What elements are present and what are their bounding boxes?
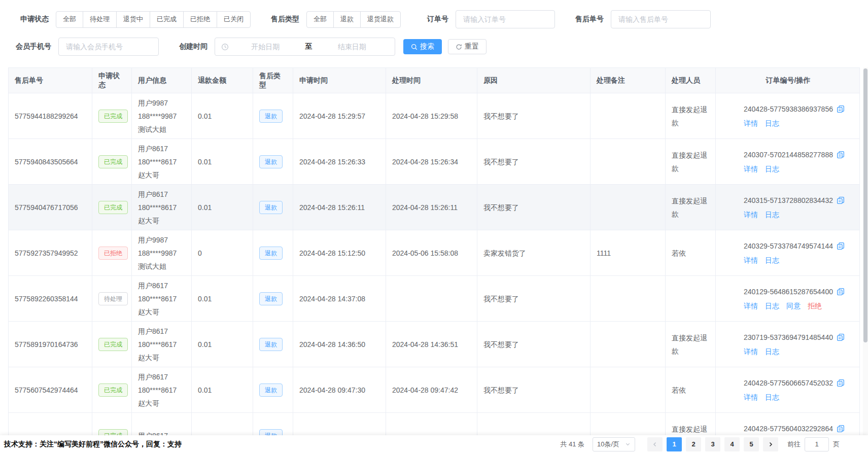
log-link[interactable]: 日志 <box>765 117 779 130</box>
page-button-1[interactable]: 1 <box>667 437 682 451</box>
reject-link[interactable]: 拒绝 <box>808 299 822 312</box>
search-button[interactable]: 搜索 <box>403 39 442 54</box>
detail-link[interactable]: 详情 <box>744 117 758 130</box>
cell-handle-remark <box>591 276 666 321</box>
service-type-badge: 退款 <box>259 384 283 397</box>
filter-row-2: 会员手机号 创建时间 至 搜索 重置 <box>16 38 487 56</box>
service-no-input[interactable] <box>611 10 711 28</box>
cell-service-type: 退款 <box>253 413 293 436</box>
copy-icon[interactable] <box>837 151 845 159</box>
cell-refund-amount: 0 <box>192 230 253 275</box>
cell-user-info: 用户9987188****9987测试大姐 <box>132 93 192 138</box>
order-number: 240129-5648615287654400 <box>744 285 833 298</box>
row-actions: 详情日志 <box>744 208 779 221</box>
log-link[interactable]: 日志 <box>765 391 779 404</box>
log-link[interactable]: 日志 <box>765 162 779 176</box>
cell-status: 已完成 <box>92 322 132 367</box>
order-no-input[interactable] <box>456 10 555 28</box>
refund-amount-value: 0.01 <box>198 155 212 168</box>
detail-link[interactable]: 详情 <box>744 208 758 221</box>
start-date-input[interactable] <box>229 42 302 51</box>
cell-handle-time <box>386 413 477 436</box>
reason-value: 我不想要了 <box>483 384 519 397</box>
copy-icon[interactable] <box>837 379 845 387</box>
service-type-badge: 退款 <box>259 110 283 123</box>
user-info-line: 188****9987 <box>138 110 177 123</box>
cell-order-and-actions: 240428-5775606657452032详情日志 <box>716 367 860 412</box>
copy-icon[interactable] <box>837 196 845 204</box>
end-date-input[interactable] <box>316 42 389 51</box>
approve-link[interactable]: 同意 <box>786 299 801 312</box>
service-type-badge: 退款 <box>259 155 283 168</box>
type-filter-option-1[interactable]: 退款 <box>333 11 361 28</box>
log-link[interactable]: 日志 <box>765 208 779 221</box>
log-link[interactable]: 日志 <box>765 254 779 267</box>
detail-link[interactable]: 详情 <box>744 162 758 176</box>
detail-link[interactable]: 详情 <box>744 299 758 312</box>
cell-status: 已完成 <box>92 139 132 184</box>
detail-link[interactable]: 详情 <box>744 391 758 404</box>
log-link[interactable]: 日志 <box>765 299 779 312</box>
page-button-5[interactable]: 5 <box>744 437 759 451</box>
vertical-scrollbar-track[interactable] <box>863 67 868 435</box>
refund-amount-value: 0.01 <box>198 201 212 214</box>
status-badge: 已完成 <box>98 201 128 214</box>
page-button-4[interactable]: 4 <box>724 437 740 451</box>
table-row: 5775927357949952已拒绝用户9987188****9987测试大姐… <box>9 230 859 275</box>
prev-page-button[interactable] <box>647 437 663 451</box>
date-range-picker[interactable]: 至 <box>215 38 395 56</box>
user-info-line: 赵大哥 <box>138 168 159 182</box>
search-icon <box>411 44 418 50</box>
log-link[interactable]: 日志 <box>765 345 779 358</box>
vertical-scrollbar-thumb[interactable] <box>863 68 867 342</box>
status-filter-option-0[interactable]: 全部 <box>56 11 83 28</box>
copy-icon[interactable] <box>837 105 845 113</box>
copy-icon[interactable] <box>837 333 845 341</box>
copy-icon[interactable] <box>837 425 845 433</box>
status-badge: 已完成 <box>98 155 128 168</box>
reset-button[interactable]: 重置 <box>448 39 487 54</box>
refund-amount-value: 0.01 <box>198 292 212 305</box>
status-badge: 已拒绝 <box>98 247 128 260</box>
order-no-label: 订单号 <box>427 15 448 24</box>
table-row: 5775940843505664已完成用户8617180****8617赵大哥0… <box>9 138 859 184</box>
row-actions: 详情日志同意拒绝 <box>744 299 822 312</box>
detail-link[interactable]: 详情 <box>744 254 758 267</box>
service-type-badge: 退款 <box>259 247 283 260</box>
cell-refund-amount: 0.01 <box>192 276 253 321</box>
page-button-2[interactable]: 2 <box>686 437 701 451</box>
status-filter-option-3[interactable]: 已完成 <box>150 11 184 28</box>
order-number-line: 230719-5373694791485440 <box>744 331 845 344</box>
copy-icon[interactable] <box>837 242 845 250</box>
user-info-line: 用户8617 <box>138 188 168 201</box>
apply-time-value: 2024-04-28 14:37:08 <box>299 292 365 305</box>
col-header-handle-remark: 处理备注 <box>591 68 666 93</box>
type-filter-option-2[interactable]: 退货退款 <box>360 11 401 28</box>
status-filter-option-2[interactable]: 退货中 <box>116 11 150 28</box>
page-size-select[interactable]: 10条/页 <box>593 437 635 451</box>
member-phone-input[interactable] <box>58 38 159 56</box>
user-info-line: 180****8617 <box>138 201 177 214</box>
page-button-3[interactable]: 3 <box>705 437 720 451</box>
cell-order-and-actions: 240428-5775938386937856详情日志 <box>716 93 860 138</box>
user-info-line: 188****9987 <box>138 247 177 260</box>
type-filter-option-0[interactable]: 全部 <box>306 11 334 28</box>
status-filter-option-5[interactable]: 已关闭 <box>217 11 251 28</box>
cell-status: 已拒绝 <box>92 230 132 275</box>
user-info-line: 赵大哥 <box>138 397 159 410</box>
table-row: 5775940476717056已完成用户8617180****8617赵大哥0… <box>9 184 859 230</box>
refund-amount-value: 0 <box>198 247 202 260</box>
cell-reason: 卖家发错货了 <box>477 230 591 275</box>
cell-service-no: 5775940843505664 <box>9 139 92 184</box>
order-number-line: 240307-5702144858277888 <box>744 148 845 161</box>
detail-link[interactable]: 详情 <box>744 345 758 358</box>
status-filter-option-4[interactable]: 已拒绝 <box>183 11 217 28</box>
status-filter-option-1[interactable]: 待处理 <box>83 11 117 28</box>
next-page-button[interactable] <box>763 437 778 451</box>
cell-handler: 直接发起退款 <box>666 322 716 367</box>
goto-page-input[interactable] <box>805 437 829 451</box>
copy-icon[interactable] <box>837 288 845 296</box>
col-header-handler: 处理人员 <box>666 68 716 93</box>
status-badge: 待处理 <box>98 292 128 305</box>
user-info-line: 180****8617 <box>138 155 177 168</box>
